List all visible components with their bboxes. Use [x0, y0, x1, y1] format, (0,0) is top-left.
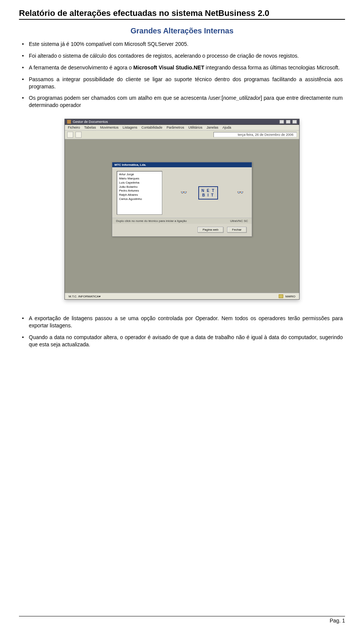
page-number: Pag. 1: [330, 618, 345, 624]
list-item[interactable]: Artur Jorge: [119, 173, 160, 177]
bullet-text: Este sistema já é 100% compatível com Mi…: [29, 41, 188, 47]
list-item[interactable]: Pedro Antunes: [119, 189, 160, 193]
toolbar-button[interactable]: [75, 132, 82, 138]
bullet-text-pre: Os programas podem ser chamados com um a…: [29, 95, 223, 101]
bullet-list-bottom: A exportação de listagens passou a se um…: [19, 315, 345, 348]
menu-item[interactable]: Tabelas: [84, 126, 96, 129]
webpage-button[interactable]: Pagina web: [198, 227, 223, 233]
logo-line: N E T: [201, 189, 215, 193]
toolbar: terça-feira, 26 de Dezembro de 2006: [65, 130, 299, 139]
technician-listbox[interactable]: Artur Jorge Mário Marques Luís Capelinha…: [117, 171, 162, 215]
toolbar-button[interactable]: [67, 132, 73, 138]
user-icon: [279, 294, 283, 298]
dialog-close-button[interactable]: Fechar: [227, 227, 246, 233]
app-title: Gestor de Documentos: [73, 120, 108, 124]
bullet-text: Quando a data no computador altera, o op…: [29, 334, 343, 347]
list-item: Este sistema já é 100% compatível com Mi…: [29, 41, 343, 48]
menu-item[interactable]: Movimentos: [100, 126, 119, 129]
chevron-down-icon[interactable]: ▾: [99, 295, 100, 298]
menubar: Ficheiro Tabelas Movimentos Listagens Co…: [65, 125, 299, 130]
bullet-text: Passamos a integrar possibilidade do cli…: [29, 76, 343, 90]
list-item[interactable]: Ralph Albares: [119, 193, 160, 197]
minimize-button[interactable]: [279, 120, 284, 124]
bullet-text-italic: nome_utilizador: [223, 95, 260, 101]
list-item[interactable]: João Bolanho: [119, 185, 160, 189]
netbit-logo: N E T B I T: [198, 186, 218, 200]
list-item: Quando a data no computador altera, o op…: [29, 334, 343, 348]
menu-item[interactable]: Utilitários: [188, 126, 202, 129]
glasses-icon: 👓: [180, 189, 187, 195]
bullet-text-post: integrando dessa forma as últimas tecnol…: [204, 64, 340, 71]
list-item[interactable]: Luís Capelinha: [119, 181, 160, 185]
menu-item[interactable]: Contabilidade: [141, 126, 162, 129]
maximize-button[interactable]: [286, 120, 290, 124]
page-footer: Pag. 1: [19, 616, 345, 624]
list-item: Passamos a integrar possibilidade do cli…: [29, 76, 343, 90]
list-item: Os programas podem ser chamados com um a…: [29, 94, 343, 109]
bullet-text-pre: A ferramenta de desenvolvimento é agora …: [29, 64, 133, 71]
app-statusbar: M.T.C. INFORMATICA ▾ MARIO: [65, 293, 299, 299]
logo-area: 👓 N E T B I T 👓: [169, 171, 247, 215]
date-display: terça-feira, 26 de Dezembro de 2006: [213, 132, 297, 137]
glasses-icon: 👓: [237, 189, 243, 195]
app-icon: [67, 120, 71, 124]
status-user: MARIO: [286, 295, 295, 298]
list-item: Foi alterado o sistema de cálculo dos co…: [29, 52, 343, 60]
dialog-hintbar: Duplo click no nome do técnico para inic…: [112, 218, 252, 224]
list-item[interactable]: Mário Marques: [119, 177, 160, 181]
embedded-screenshot: Gestor de Documentos Ficheiro Tabelas Mo…: [19, 119, 345, 300]
document-title: Relatório de alterações efectuadas no si…: [19, 8, 345, 20]
list-item: A exportação de listagens passou a se um…: [29, 315, 343, 329]
menu-item[interactable]: Parâmetros: [166, 126, 184, 129]
bullet-text-bold: Microsoft Visual Studio.NET: [133, 64, 204, 71]
menu-item[interactable]: Ficheiro: [68, 126, 80, 129]
hint-right: UltraVNC SC: [230, 219, 248, 223]
list-item: A ferramenta de desenvolvimento é agora …: [29, 64, 343, 71]
logo-line: B I T: [201, 193, 215, 198]
menu-item[interactable]: Janelas: [207, 126, 218, 129]
menu-item[interactable]: Ajuda: [223, 126, 231, 129]
list-item[interactable]: Carlos Agostinho: [119, 197, 160, 201]
hint-text: Duplo click no nome do técnico para inic…: [116, 219, 187, 223]
workspace: MTC Informática, Lda. Artur Jorge Mário …: [65, 139, 299, 293]
bullet-text: Foi alterado o sistema de cálculo dos co…: [29, 53, 299, 59]
app-window: Gestor de Documentos Ficheiro Tabelas Mo…: [64, 119, 300, 300]
section-title: Grandes Alterações Internas: [19, 27, 345, 35]
status-company: M.T.C. INFORMATICA: [69, 295, 99, 298]
bullet-list-top: Este sistema já é 100% compatível com Mi…: [19, 41, 345, 109]
close-button[interactable]: [292, 120, 297, 124]
bullet-text: A exportação de listagens passou a se um…: [29, 315, 343, 329]
app-titlebar: Gestor de Documentos: [65, 119, 299, 125]
support-dialog: MTC Informática, Lda. Artur Jorge Mário …: [112, 162, 252, 237]
dialog-titlebar: MTC Informática, Lda.: [112, 162, 252, 167]
menu-item[interactable]: Listagens: [123, 126, 138, 129]
